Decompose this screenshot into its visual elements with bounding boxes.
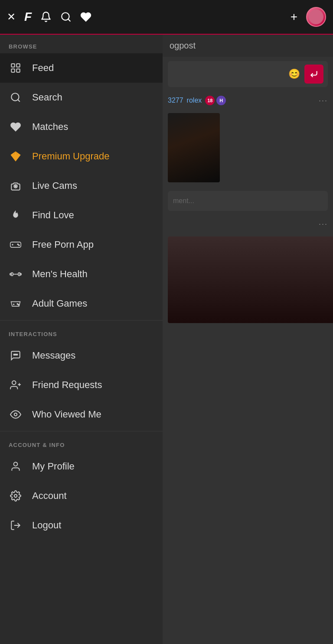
svg-marker-8 — [11, 152, 20, 161]
logo-icon[interactable]: F — [24, 10, 32, 24]
svg-point-27 — [18, 304, 19, 305]
blogpost-header: ogpost — [163, 35, 333, 57]
sidebar-item-whoviewed[interactable]: Who Viewed Me — [0, 400, 163, 429]
sidebar-item-search[interactable]: Search — [0, 83, 163, 112]
svg-line-1 — [68, 19, 70, 21]
search-nav-icon — [9, 91, 23, 104]
sidebar-item-label: Men's Health — [32, 269, 88, 280]
sidebar-item-livecams[interactable]: Live Cams — [0, 171, 163, 201]
account-section-label: ACCOUNT & INFO — [0, 433, 163, 452]
post2-header: ··· — [163, 215, 333, 233]
browse-section-label: BROWSE — [0, 35, 163, 53]
person-icon — [9, 460, 23, 473]
heart-icon — [9, 120, 23, 134]
svg-rect-4 — [11, 69, 15, 72]
comment-input[interactable] — [172, 70, 284, 78]
flame-icon — [9, 208, 23, 222]
comment-box[interactable]: ment... — [168, 191, 328, 211]
sidebar-item-label: My Profile — [32, 461, 75, 472]
svg-line-7 — [18, 100, 20, 102]
sidebar-item-label: Who Viewed Me — [32, 409, 101, 420]
svg-point-18 — [19, 245, 20, 246]
sidebar-item-logout[interactable]: Logout — [0, 511, 163, 540]
post1-id: 3277 — [168, 97, 183, 104]
sidebar-item-label: Matches — [32, 121, 68, 133]
emoji-button[interactable]: 😊 — [288, 68, 300, 80]
post2-more-button[interactable]: ··· — [319, 220, 328, 229]
diamond-icon — [9, 149, 23, 163]
sidebar-item-label: Find Love — [32, 210, 74, 221]
dumbbell-icon — [9, 267, 23, 281]
send-button[interactable] — [304, 65, 323, 84]
sidebar-item-findlove[interactable]: Find Love — [0, 201, 163, 230]
sidebar-item-label: Logout — [32, 520, 61, 531]
badge-type: H — [216, 96, 226, 105]
comment-input-area: 😊 — [168, 61, 328, 87]
camera-icon — [9, 179, 23, 193]
favorites-icon[interactable] — [80, 11, 91, 23]
sidebar-item-freeporn[interactable]: Free Porn App — [0, 230, 163, 259]
sidebar-item-label: Messages — [32, 350, 75, 361]
sidebar-item-friendrequests[interactable]: Friend Requests — [0, 370, 163, 400]
sidebar-item-label: Account — [32, 490, 67, 502]
svg-point-26 — [17, 304, 18, 304]
sidebar-item-label: Feed — [32, 62, 54, 74]
main-layout: BROWSE Feed Search — [0, 35, 333, 644]
sidebar-item-account[interactable]: Account — [0, 481, 163, 511]
badge-age: 18 — [205, 96, 215, 105]
sidebar-item-label: Free Porn App — [32, 239, 94, 250]
chat-icon — [9, 349, 23, 362]
gamepad-icon — [9, 238, 23, 252]
avatar[interactable] — [306, 7, 326, 27]
eye-icon — [9, 408, 23, 421]
svg-point-30 — [16, 354, 18, 356]
post1-image — [168, 113, 220, 182]
svg-point-28 — [13, 354, 15, 356]
sidebar-item-label: Adult Games — [32, 298, 87, 309]
sidebar-item-adultgames[interactable]: Adult Games — [0, 289, 163, 318]
svg-point-29 — [15, 354, 16, 356]
notifications-icon[interactable] — [40, 11, 52, 23]
sidebar-item-feed[interactable]: Feed — [0, 53, 163, 83]
sidebar-item-label: Search — [32, 92, 62, 103]
svg-rect-5 — [16, 69, 20, 72]
controller-icon — [9, 297, 23, 311]
svg-point-13 — [15, 185, 16, 187]
power-icon — [9, 518, 23, 532]
post1-image-content — [168, 113, 220, 182]
gear-icon — [9, 489, 23, 503]
search-icon[interactable] — [60, 11, 72, 23]
interactions-section-label: INTERACTIONS — [0, 322, 163, 341]
post1-name: rolex — [187, 97, 202, 104]
svg-point-31 — [12, 381, 16, 385]
topbar: ✕ F + — [0, 0, 333, 35]
sidebar-item-label: Premium Upgrade — [32, 151, 110, 162]
svg-rect-2 — [11, 64, 15, 67]
sidebar-item-premium[interactable]: Premium Upgrade — [0, 142, 163, 171]
add-user-icon — [9, 378, 23, 392]
svg-rect-3 — [16, 64, 20, 67]
sidebar-item-matches[interactable]: Matches — [0, 112, 163, 142]
post2-image — [168, 236, 333, 323]
sidebar-item-label: Friend Requests — [32, 379, 102, 391]
close-button[interactable]: ✕ — [7, 11, 16, 23]
content-area: ogpost 😊 3277 rolex 18 H ··· — [163, 35, 333, 644]
add-button[interactable]: + — [291, 10, 297, 24]
sidebar: BROWSE Feed Search — [0, 35, 163, 644]
post1-more-button[interactable]: ··· — [319, 96, 328, 105]
svg-point-35 — [14, 462, 18, 466]
svg-point-34 — [14, 413, 17, 416]
feed-icon — [9, 61, 23, 75]
svg-point-6 — [11, 93, 19, 100]
svg-point-36 — [14, 495, 17, 498]
svg-point-17 — [17, 244, 18, 245]
comment-area: ment... — [168, 191, 328, 211]
post1-badges: 18 H — [205, 96, 226, 105]
post1-header: 3277 rolex 18 H ··· — [163, 91, 333, 110]
sidebar-item-menshealth[interactable]: Men's Health — [0, 259, 163, 289]
sidebar-item-label: Live Cams — [32, 180, 77, 191]
sidebar-item-myprofile[interactable]: My Profile — [0, 452, 163, 481]
sidebar-item-messages[interactable]: Messages — [0, 341, 163, 370]
